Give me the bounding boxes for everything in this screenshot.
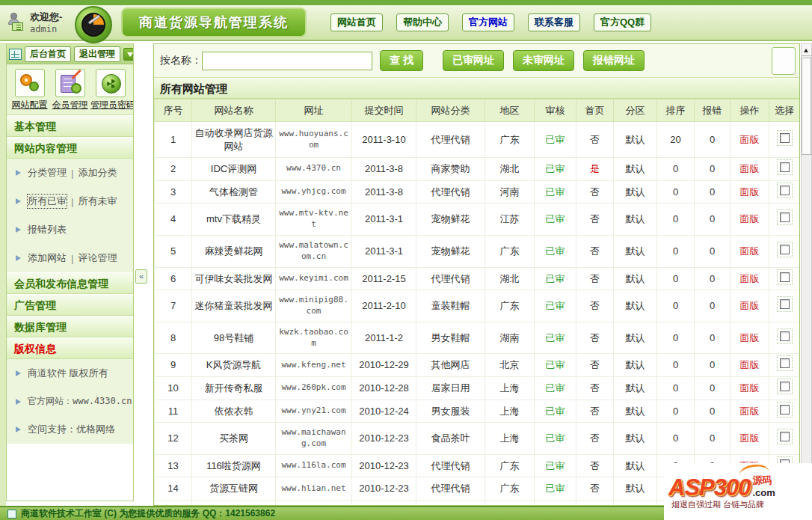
column-header: 网站分类: [416, 100, 485, 122]
arrow-right-icon: [16, 370, 24, 376]
cell-partition: 默认: [614, 290, 657, 322]
panel-action-link[interactable]: 面版: [731, 322, 769, 354]
row-checkbox[interactable]: [780, 212, 790, 222]
find-button[interactable]: 查 找: [380, 50, 423, 71]
column-header: 操作: [731, 100, 769, 122]
panel-action-link[interactable]: 面版: [731, 235, 769, 267]
cell-region: 广东: [485, 454, 535, 477]
scroll-up-icon[interactable]: [802, 44, 811, 56]
cell-category: 食品茶叶: [416, 423, 485, 455]
cell-error: 0: [695, 290, 731, 322]
cell-category: 宠物鲜花: [416, 235, 485, 267]
row-checkbox[interactable]: [780, 133, 790, 143]
arrow-right-icon: [16, 170, 24, 176]
table-row: 7迷你猪童装批发网www.minipig88.com2011-2-10童装鞋帽广…: [155, 290, 800, 322]
menu-link-row: 报错列表: [7, 215, 133, 244]
menu-link[interactable]: 商道软件 版权所有: [28, 367, 108, 380]
filter-button[interactable]: 未审网址: [513, 50, 574, 71]
menu-link[interactable]: 空间支持：优格网络: [28, 423, 115, 436]
panel-action-link[interactable]: 面版: [731, 204, 769, 236]
menu-link[interactable]: 报错列表: [28, 223, 67, 236]
shortcut-site-config[interactable]: 网站配置: [10, 69, 49, 111]
menu-section-header[interactable]: 版权信息: [7, 337, 133, 359]
menu-link-row: 空间支持：优格网络: [7, 415, 133, 444]
cell-partition: 默认: [614, 423, 657, 455]
cell-audit: 已审: [535, 122, 576, 158]
watermark-brand: ASP300: [668, 477, 750, 498]
panel-action-link[interactable]: 面版: [731, 290, 769, 322]
row-checkbox[interactable]: [780, 299, 790, 309]
menu-section-header[interactable]: 基本管理: [7, 115, 133, 137]
sidebar-menu: 基本管理网站内容管理分类管理|添加分类所有已审|所有未审报错列表添加网站|评论管…: [7, 115, 133, 444]
row-checkbox[interactable]: [780, 331, 790, 341]
nav-button[interactable]: 官方QQ群: [594, 13, 651, 31]
logout-button[interactable]: 退出管理: [74, 46, 120, 62]
row-checkbox[interactable]: [780, 162, 790, 172]
menu-link[interactable]: 添加分类: [78, 166, 117, 180]
shortcut-member-manage[interactable]: 会员管理: [50, 69, 90, 111]
menu-section-header[interactable]: 会员和发布信息管理: [7, 272, 133, 294]
menu-link[interactable]: 分类管理: [28, 166, 67, 180]
menu-link[interactable]: 评论管理: [78, 251, 117, 265]
search-input[interactable]: [202, 52, 372, 70]
cell-url: www.mtv-ktv.net: [276, 204, 352, 236]
arrow-down-button[interactable]: [123, 48, 134, 61]
nav-button[interactable]: 网站首页: [330, 13, 383, 31]
backend-home-button[interactable]: 后台首页: [25, 46, 71, 62]
app-logo-icon: [75, 6, 112, 43]
row-checkbox[interactable]: [780, 245, 790, 254]
panel-action-link[interactable]: 面版: [731, 400, 769, 423]
cell-select: [769, 158, 800, 181]
shortcut-admin-password[interactable]: 管理员密码: [90, 69, 130, 111]
scrollbar-thumb[interactable]: [802, 58, 811, 155]
top-strip: [0, 0, 812, 5]
menu-link[interactable]: 添加网站: [28, 251, 67, 265]
panel-action-link[interactable]: 面版: [731, 158, 769, 181]
column-header: 地区: [485, 100, 535, 122]
cell-home: 否: [576, 180, 614, 204]
table-row: 11依侬衣韩www.yny21.com2010-12-24男女服装上海已审否默认…: [155, 400, 800, 423]
cell-no: 13: [155, 454, 192, 477]
panel-action-link[interactable]: 面版: [731, 423, 769, 455]
cell-name: 广州翻译公司: [192, 500, 276, 506]
column-header: 网址: [276, 100, 352, 122]
row-checkbox[interactable]: [780, 405, 790, 415]
panel-action-link[interactable]: 面版: [731, 354, 769, 377]
sidebar-collapse-button[interactable]: «: [135, 269, 147, 284]
panel-action-link[interactable]: 面版: [731, 122, 769, 158]
cell-error: 0: [695, 235, 731, 267]
row-checkbox[interactable]: [780, 186, 790, 195]
menu-link[interactable]: 所有未审: [78, 195, 117, 208]
row-checkbox[interactable]: [780, 432, 790, 441]
cell-audit: 已审: [535, 354, 576, 377]
menu-link-row: 添加网站|评论管理: [7, 244, 133, 272]
nav-button[interactable]: 联系客服: [528, 13, 580, 31]
cell-audit: 已审: [535, 180, 576, 204]
separator: |: [71, 196, 73, 207]
cell-region: 广东: [485, 477, 535, 501]
panel-action-link[interactable]: 面版: [731, 377, 769, 400]
filter-button[interactable]: 报错网址: [583, 50, 645, 71]
cell-region: 上海: [485, 377, 535, 400]
nav-button[interactable]: 官方网站: [462, 13, 514, 31]
column-header: 分区: [614, 100, 657, 122]
panel-action-link[interactable]: 面版: [731, 180, 769, 204]
menu-section-header[interactable]: 网站内容管理: [7, 137, 133, 159]
cell-url: www.116la.com: [276, 454, 352, 477]
row-checkbox[interactable]: [780, 358, 790, 368]
vertical-scrollbar[interactable]: [801, 43, 812, 506]
cell-url: www.minipig88.com: [276, 290, 352, 322]
nav-button[interactable]: 帮助中心: [396, 13, 449, 31]
row-checkbox[interactable]: [780, 382, 790, 391]
menu-link[interactable]: 所有已审: [28, 195, 67, 208]
panel-action-link[interactable]: 面版: [731, 267, 769, 290]
cell-partition: 默认: [614, 400, 657, 423]
menu-link[interactable]: 官方网站：www.4330.cn: [28, 395, 132, 408]
arrow-right-icon: [16, 255, 24, 261]
filter-button[interactable]: 已审网址: [443, 50, 504, 71]
menu-section-header[interactable]: 广告管理: [7, 294, 133, 316]
menu-section-header[interactable]: 数据库管理: [7, 316, 133, 337]
row-checkbox[interactable]: [780, 272, 790, 282]
cell-url: www.yhjcg.com: [276, 180, 352, 204]
cell-partition: 默认: [614, 204, 657, 236]
